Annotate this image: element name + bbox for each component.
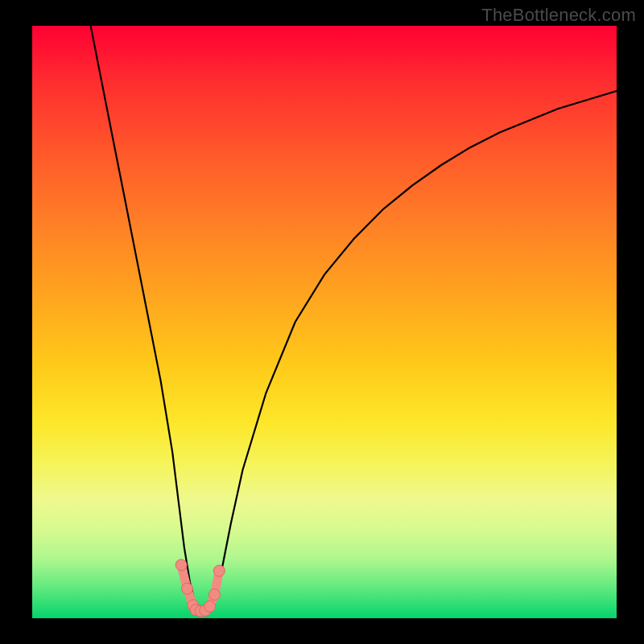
bottleneck-curve [91,26,617,613]
watermark-text: TheBottleneck.com [481,5,636,26]
marker-dot [209,589,221,601]
marker-dot [204,601,216,612]
marker-dot [175,559,187,571]
plot-area [32,26,617,618]
marker-dot [213,565,225,576]
chart-container: TheBottleneck.com [0,0,644,644]
chart-svg [32,26,617,618]
marker-dot [181,583,192,594]
highlight-markers [175,559,225,617]
